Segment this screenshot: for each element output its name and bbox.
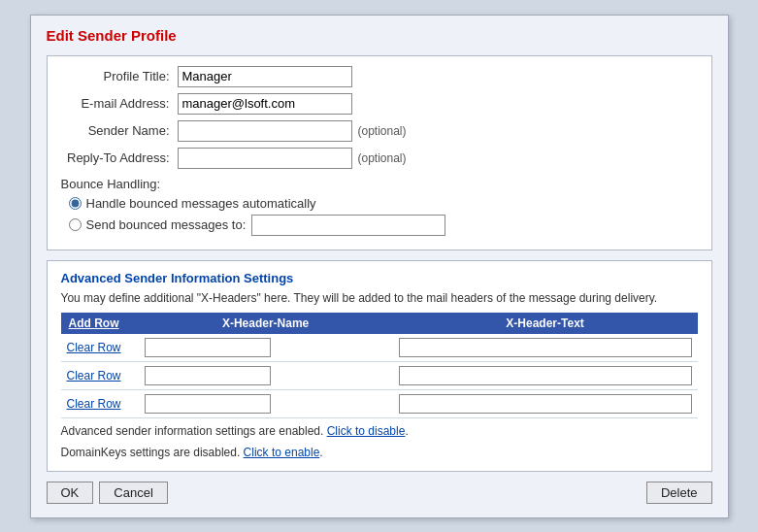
bounce-auto-radio[interactable]: [69, 197, 82, 210]
clear-row-td: Clear Row: [61, 361, 139, 389]
xheader-name-td: [139, 334, 393, 362]
add-row-th: Add Row: [61, 313, 139, 334]
bounce-send-radio[interactable]: [69, 218, 82, 231]
clear-row-link[interactable]: Clear Row: [67, 341, 121, 354]
footer-buttons: OK Cancel Delete: [47, 482, 712, 504]
status1-suffix: .: [405, 424, 408, 438]
xheader-table: Add Row X-Header-Name X-Header-Text Clea…: [61, 313, 698, 418]
footer-left: OK Cancel: [47, 482, 168, 504]
reply-to-label: Reply-To Address:: [61, 150, 178, 165]
sender-name-optional: (optional): [358, 124, 407, 138]
sender-name-input[interactable]: [178, 120, 352, 142]
sender-name-label: Sender Name:: [61, 123, 178, 138]
edit-sender-profile-dialog: Edit Sender Profile Profile Title: E-mai…: [30, 15, 729, 518]
sender-name-row: Sender Name: (optional): [61, 120, 698, 142]
bounce-address-input[interactable]: [251, 215, 445, 236]
status2-link[interactable]: Click to enable: [244, 446, 320, 459]
xheader-name-td: [139, 361, 393, 389]
advanced-desc: You may define additional "X-Headers" he…: [61, 291, 698, 305]
clear-row-td: Clear Row: [61, 334, 139, 362]
status2-suffix: .: [319, 446, 322, 459]
clear-row-td: Clear Row: [61, 389, 139, 417]
status-row-2: DomainKeys settings are disabled. Click …: [61, 444, 698, 461]
xheader-text-td: [393, 334, 698, 362]
col-name-header: X-Header-Name: [139, 313, 393, 334]
bounce-handling-section: Bounce Handling: Handle bounced messages…: [61, 177, 698, 236]
bounce-send-label: Send bounced messages to:: [86, 217, 247, 232]
reply-to-input[interactable]: [178, 148, 352, 169]
dialog-title: Edit Sender Profile: [47, 27, 712, 44]
reply-to-optional: (optional): [358, 151, 407, 165]
xheader-text-input[interactable]: [399, 366, 692, 385]
cancel-button[interactable]: Cancel: [99, 482, 167, 504]
xheader-text-input[interactable]: [399, 394, 692, 414]
xheader-header-row: Add Row X-Header-Name X-Header-Text: [61, 313, 698, 334]
profile-title-label: Profile Title:: [61, 69, 178, 83]
email-address-input[interactable]: [178, 93, 352, 115]
profile-title-row: Profile Title:: [61, 66, 698, 87]
advanced-section: Advanced Sender Information Settings You…: [47, 260, 712, 472]
profile-title-input[interactable]: [178, 66, 352, 87]
xheader-name-input[interactable]: [145, 394, 271, 414]
bounce-auto-label: Handle bounced messages automatically: [86, 196, 316, 211]
xheader-text-td: [393, 361, 698, 389]
bounce-label: Bounce Handling:: [61, 177, 698, 191]
status-row-1: Advanced sender information settings are…: [61, 422, 698, 440]
bounce-auto-row: Handle bounced messages automatically: [61, 196, 698, 211]
status1-link[interactable]: Click to disable: [327, 424, 406, 438]
clear-row-link[interactable]: Clear Row: [67, 397, 121, 411]
xheader-row: Clear Row: [61, 361, 698, 389]
clear-row-link[interactable]: Clear Row: [67, 369, 121, 382]
xheader-name-td: [139, 389, 393, 417]
xheader-text-td: [393, 389, 698, 417]
email-address-label: E-mail Address:: [61, 96, 178, 111]
bounce-send-row: Send bounced messages to:: [61, 215, 698, 236]
status1-prefix: Advanced sender information settings are…: [61, 424, 327, 438]
xheader-row: Clear Row: [61, 334, 698, 362]
xheader-text-input[interactable]: [399, 338, 692, 357]
status2-prefix: DomainKeys settings are disabled.: [61, 446, 244, 459]
email-address-row: E-mail Address:: [61, 93, 698, 115]
advanced-title: Advanced Sender Information Settings: [61, 271, 698, 285]
col-text-header: X-Header-Text: [393, 313, 698, 334]
xheader-row: Clear Row: [61, 389, 698, 417]
main-form-section: Profile Title: E-mail Address: Sender Na…: [47, 55, 712, 250]
xheader-name-input[interactable]: [145, 366, 271, 385]
ok-button[interactable]: OK: [47, 482, 94, 504]
add-row-link[interactable]: Add Row: [69, 316, 119, 330]
delete-button[interactable]: Delete: [646, 482, 712, 504]
reply-to-row: Reply-To Address: (optional): [61, 148, 698, 169]
xheader-name-input[interactable]: [145, 338, 271, 357]
